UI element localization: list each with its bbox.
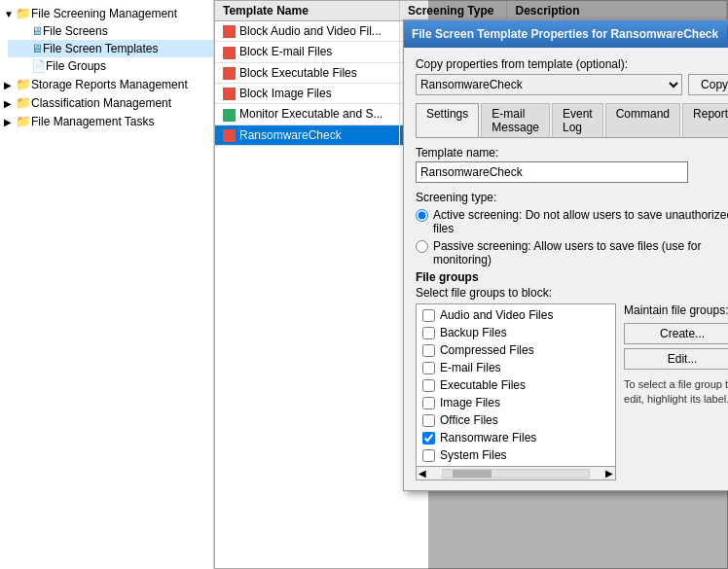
sidebar: ▼ 📁 File Screening Management 🖥 File Scr… xyxy=(0,0,214,569)
tab-email-message[interactable]: E-mail Message xyxy=(481,103,550,137)
sidebar-group-screening: 🖥 File Screens 🖥 File Screen Templates 📄… xyxy=(0,22,213,75)
file-group-checkbox[interactable] xyxy=(422,379,435,392)
file-group-item[interactable]: System Files xyxy=(419,446,613,464)
file-group-label: System Files xyxy=(440,448,507,462)
copy-template-select[interactable]: RansomwareCheck xyxy=(416,74,682,95)
sidebar-label-classification-management: Classification Management xyxy=(31,96,171,110)
maintain-panel: Maintain file groups: Create... Edit... … xyxy=(624,303,728,480)
file-group-checkbox[interactable] xyxy=(422,432,435,445)
passive-screening-radio-label[interactable]: Passive screening: Allow users to save f… xyxy=(416,239,728,267)
storage-folder-icon: 📁 xyxy=(16,77,31,91)
dialog-titlebar: File Screen Template Properties for Rans… xyxy=(404,20,728,48)
sidebar-label-file-screen-templates: File Screen Templates xyxy=(43,42,159,55)
sidebar-item-file-groups[interactable]: 📄 File Groups xyxy=(8,57,213,75)
file-group-checkbox[interactable] xyxy=(422,397,435,409)
file-group-checkbox[interactable] xyxy=(422,362,435,374)
sidebar-item-file-screen-templates[interactable]: 🖥 File Screen Templates xyxy=(8,40,213,57)
expand-icon-classification: ▶ xyxy=(4,98,14,108)
file-group-checkbox[interactable] xyxy=(422,344,435,357)
passive-screening-radio[interactable] xyxy=(416,240,428,253)
template-name-input[interactable] xyxy=(416,161,688,183)
file-groups-container: Audio and Video FilesBackup FilesCompres… xyxy=(416,303,728,480)
copy-row: RansomwareCheck Copy xyxy=(416,74,728,95)
file-group-label: Image Files xyxy=(440,396,500,409)
active-screening-radio[interactable] xyxy=(416,209,428,222)
copy-section: Copy properties from template (optional)… xyxy=(416,57,728,95)
file-group-checkbox[interactable] xyxy=(422,327,435,339)
file-group-label: Ransomware Files xyxy=(440,431,536,445)
file-group-item[interactable]: Backup Files xyxy=(419,324,613,341)
sidebar-item-file-management-tasks[interactable]: ▶ 📁 File Management Tasks xyxy=(0,112,213,130)
file-group-checkbox[interactable] xyxy=(422,309,435,322)
row-type-icon xyxy=(223,109,236,122)
file-group-item[interactable]: Audio and Video Files xyxy=(419,306,613,324)
sidebar-label-file-groups: File Groups xyxy=(46,59,106,73)
sidebar-item-file-screens[interactable]: 🖥 File Screens xyxy=(8,22,213,40)
file-group-checkbox[interactable] xyxy=(422,414,435,427)
file-screen-icon: 🖥 xyxy=(31,24,43,38)
tab-event-log[interactable]: Event Log xyxy=(552,103,603,137)
maintain-note: To select a file group to edit, highligh… xyxy=(624,377,728,408)
tab-settings[interactable]: Settings xyxy=(416,103,479,137)
classification-folder-icon: 📁 xyxy=(16,95,31,110)
expand-icon: ▼ xyxy=(4,9,14,18)
row-type-icon xyxy=(223,67,236,80)
file-group-label: Backup Files xyxy=(440,326,507,339)
radio-group: Active screening: Do not allow users to … xyxy=(416,208,728,267)
sidebar-item-storage-reports-management[interactable]: ▶ 📁 Storage Reports Management xyxy=(0,75,213,93)
file-group-item[interactable]: Compressed Files xyxy=(419,341,613,359)
copy-button[interactable]: Copy xyxy=(688,74,728,95)
scroll-right-btn[interactable]: ▶ xyxy=(603,468,615,479)
hscrollbar: ◀ ▶ xyxy=(417,466,615,480)
scroll-left-btn[interactable]: ◀ xyxy=(417,468,428,479)
sidebar-label-file-management-tasks: File Management Tasks xyxy=(31,115,155,128)
file-group-label: E-mail Files xyxy=(440,361,501,374)
file-groups-heading: File groups xyxy=(416,270,728,284)
maintain-label: Maintain file groups: xyxy=(624,303,728,317)
dialog-title: File Screen Template Properties for Rans… xyxy=(412,27,718,41)
file-group-label: Executable Files xyxy=(440,378,526,392)
template-name-label: Template name: xyxy=(416,146,728,160)
tab-report[interactable]: Report xyxy=(682,103,728,137)
tab-command[interactable]: Command xyxy=(605,103,680,137)
scrollbar-thumb xyxy=(453,470,491,478)
file-group-label: Compressed Files xyxy=(440,343,534,357)
sidebar-label-file-screens: File Screens xyxy=(43,24,108,38)
row-type-icon xyxy=(223,129,236,142)
file-group-item[interactable]: Image Files xyxy=(419,394,613,411)
sidebar-item-classification-management[interactable]: ▶ 📁 Classification Management xyxy=(0,93,213,112)
cell-template-name: Block Audio and Video Fil... xyxy=(215,21,400,42)
active-screening-label: Active screening: Do not allow users to … xyxy=(433,208,728,235)
file-group-item[interactable]: Office Files xyxy=(419,411,613,429)
file-group-label: Audio and Video Files xyxy=(440,308,554,322)
expand-icon-tasks: ▶ xyxy=(4,117,14,126)
create-button[interactable]: Create... xyxy=(624,323,728,344)
folder-icon: 📁 xyxy=(16,6,31,20)
cell-template-name: Monitor Executable and S... xyxy=(215,104,400,124)
cell-template-name: Block Image Files xyxy=(215,83,400,103)
expand-icon-storage: ▶ xyxy=(4,80,14,89)
sidebar-item-file-screening-management[interactable]: ▼ 📁 File Screening Management xyxy=(0,4,213,22)
file-group-item[interactable]: Executable Files xyxy=(419,376,613,394)
file-groups-sublabel: Select file groups to block: xyxy=(416,286,728,300)
sidebar-label-storage-reports-management: Storage Reports Management xyxy=(31,78,188,91)
edit-button[interactable]: Edit... xyxy=(624,348,728,370)
row-type-icon xyxy=(223,25,236,38)
file-group-checkbox[interactable] xyxy=(422,449,435,462)
row-type-icon xyxy=(223,88,236,100)
scrollbar-track xyxy=(442,469,590,479)
main-content: Template Name Screening Type Description… xyxy=(214,0,728,569)
cell-template-name: RansomwareCheck xyxy=(215,124,400,145)
cell-template-name: Block Executable Files xyxy=(215,62,400,83)
file-group-item[interactable]: E-mail Files xyxy=(419,359,613,376)
tasks-folder-icon: 📁 xyxy=(16,114,31,128)
cell-template-name: Block E-mail Files xyxy=(215,42,400,62)
dialog-body: Copy properties from template (optional)… xyxy=(404,48,728,490)
row-type-icon xyxy=(223,47,236,59)
file-groups-icon: 📄 xyxy=(31,59,46,73)
file-screen-templates-icon: 🖥 xyxy=(31,42,43,55)
col-template-name: Template Name xyxy=(215,1,400,21)
active-screening-radio-label[interactable]: Active screening: Do not allow users to … xyxy=(416,208,728,235)
sidebar-label-file-screening-management: File Screening Management xyxy=(31,7,177,20)
file-group-item[interactable]: Ransomware Files xyxy=(419,429,613,446)
